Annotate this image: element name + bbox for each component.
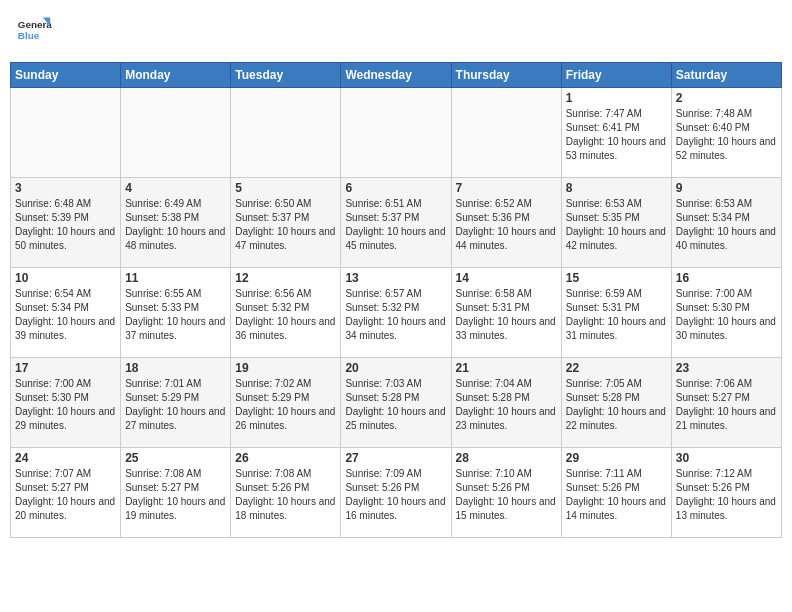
day-number: 25 bbox=[125, 451, 226, 465]
calendar-cell: 14Sunrise: 6:58 AM Sunset: 5:31 PM Dayli… bbox=[451, 268, 561, 358]
calendar-cell bbox=[11, 88, 121, 178]
day-number: 5 bbox=[235, 181, 336, 195]
day-info: Sunrise: 6:49 AM Sunset: 5:38 PM Dayligh… bbox=[125, 197, 226, 253]
weekday-header: Friday bbox=[561, 63, 671, 88]
day-number: 4 bbox=[125, 181, 226, 195]
day-number: 24 bbox=[15, 451, 116, 465]
calendar-week-row: 10Sunrise: 6:54 AM Sunset: 5:34 PM Dayli… bbox=[11, 268, 782, 358]
day-info: Sunrise: 6:59 AM Sunset: 5:31 PM Dayligh… bbox=[566, 287, 667, 343]
calendar-cell: 4Sunrise: 6:49 AM Sunset: 5:38 PM Daylig… bbox=[121, 178, 231, 268]
day-info: Sunrise: 7:03 AM Sunset: 5:28 PM Dayligh… bbox=[345, 377, 446, 433]
calendar-cell: 17Sunrise: 7:00 AM Sunset: 5:30 PM Dayli… bbox=[11, 358, 121, 448]
calendar-cell: 29Sunrise: 7:11 AM Sunset: 5:26 PM Dayli… bbox=[561, 448, 671, 538]
logo: GeneralBlue bbox=[16, 14, 52, 50]
day-number: 7 bbox=[456, 181, 557, 195]
calendar-cell: 20Sunrise: 7:03 AM Sunset: 5:28 PM Dayli… bbox=[341, 358, 451, 448]
day-number: 28 bbox=[456, 451, 557, 465]
day-info: Sunrise: 7:05 AM Sunset: 5:28 PM Dayligh… bbox=[566, 377, 667, 433]
weekday-header: Wednesday bbox=[341, 63, 451, 88]
calendar-cell: 28Sunrise: 7:10 AM Sunset: 5:26 PM Dayli… bbox=[451, 448, 561, 538]
calendar-week-row: 3Sunrise: 6:48 AM Sunset: 5:39 PM Daylig… bbox=[11, 178, 782, 268]
day-number: 18 bbox=[125, 361, 226, 375]
day-number: 1 bbox=[566, 91, 667, 105]
calendar-cell: 13Sunrise: 6:57 AM Sunset: 5:32 PM Dayli… bbox=[341, 268, 451, 358]
day-number: 19 bbox=[235, 361, 336, 375]
day-info: Sunrise: 7:47 AM Sunset: 6:41 PM Dayligh… bbox=[566, 107, 667, 163]
day-number: 16 bbox=[676, 271, 777, 285]
day-info: Sunrise: 6:58 AM Sunset: 5:31 PM Dayligh… bbox=[456, 287, 557, 343]
day-info: Sunrise: 7:04 AM Sunset: 5:28 PM Dayligh… bbox=[456, 377, 557, 433]
day-number: 17 bbox=[15, 361, 116, 375]
day-number: 22 bbox=[566, 361, 667, 375]
calendar-cell: 21Sunrise: 7:04 AM Sunset: 5:28 PM Dayli… bbox=[451, 358, 561, 448]
day-info: Sunrise: 6:48 AM Sunset: 5:39 PM Dayligh… bbox=[15, 197, 116, 253]
day-info: Sunrise: 6:57 AM Sunset: 5:32 PM Dayligh… bbox=[345, 287, 446, 343]
day-info: Sunrise: 6:53 AM Sunset: 5:34 PM Dayligh… bbox=[676, 197, 777, 253]
weekday-header: Thursday bbox=[451, 63, 561, 88]
weekday-header: Saturday bbox=[671, 63, 781, 88]
calendar-cell: 5Sunrise: 6:50 AM Sunset: 5:37 PM Daylig… bbox=[231, 178, 341, 268]
calendar-cell: 15Sunrise: 6:59 AM Sunset: 5:31 PM Dayli… bbox=[561, 268, 671, 358]
calendar-cell bbox=[231, 88, 341, 178]
calendar-cell: 12Sunrise: 6:56 AM Sunset: 5:32 PM Dayli… bbox=[231, 268, 341, 358]
day-info: Sunrise: 7:09 AM Sunset: 5:26 PM Dayligh… bbox=[345, 467, 446, 523]
day-info: Sunrise: 6:51 AM Sunset: 5:37 PM Dayligh… bbox=[345, 197, 446, 253]
day-number: 10 bbox=[15, 271, 116, 285]
calendar-cell: 6Sunrise: 6:51 AM Sunset: 5:37 PM Daylig… bbox=[341, 178, 451, 268]
day-number: 29 bbox=[566, 451, 667, 465]
calendar-cell: 23Sunrise: 7:06 AM Sunset: 5:27 PM Dayli… bbox=[671, 358, 781, 448]
calendar-cell: 27Sunrise: 7:09 AM Sunset: 5:26 PM Dayli… bbox=[341, 448, 451, 538]
day-info: Sunrise: 7:08 AM Sunset: 5:26 PM Dayligh… bbox=[235, 467, 336, 523]
calendar-cell: 1Sunrise: 7:47 AM Sunset: 6:41 PM Daylig… bbox=[561, 88, 671, 178]
calendar-cell bbox=[121, 88, 231, 178]
day-number: 26 bbox=[235, 451, 336, 465]
day-info: Sunrise: 7:00 AM Sunset: 5:30 PM Dayligh… bbox=[15, 377, 116, 433]
calendar-cell: 2Sunrise: 7:48 AM Sunset: 6:40 PM Daylig… bbox=[671, 88, 781, 178]
day-number: 27 bbox=[345, 451, 446, 465]
day-number: 14 bbox=[456, 271, 557, 285]
calendar-cell: 22Sunrise: 7:05 AM Sunset: 5:28 PM Dayli… bbox=[561, 358, 671, 448]
day-number: 12 bbox=[235, 271, 336, 285]
day-info: Sunrise: 6:54 AM Sunset: 5:34 PM Dayligh… bbox=[15, 287, 116, 343]
day-number: 2 bbox=[676, 91, 777, 105]
calendar-cell: 25Sunrise: 7:08 AM Sunset: 5:27 PM Dayli… bbox=[121, 448, 231, 538]
svg-text:Blue: Blue bbox=[18, 30, 40, 41]
day-info: Sunrise: 6:52 AM Sunset: 5:36 PM Dayligh… bbox=[456, 197, 557, 253]
calendar-week-row: 1Sunrise: 7:47 AM Sunset: 6:41 PM Daylig… bbox=[11, 88, 782, 178]
calendar-cell: 19Sunrise: 7:02 AM Sunset: 5:29 PM Dayli… bbox=[231, 358, 341, 448]
day-number: 30 bbox=[676, 451, 777, 465]
day-number: 13 bbox=[345, 271, 446, 285]
calendar-cell: 18Sunrise: 7:01 AM Sunset: 5:29 PM Dayli… bbox=[121, 358, 231, 448]
logo-icon: GeneralBlue bbox=[16, 14, 52, 50]
day-number: 21 bbox=[456, 361, 557, 375]
weekday-header: Monday bbox=[121, 63, 231, 88]
day-info: Sunrise: 7:06 AM Sunset: 5:27 PM Dayligh… bbox=[676, 377, 777, 433]
calendar-table: SundayMondayTuesdayWednesdayThursdayFrid… bbox=[10, 62, 782, 538]
calendar-cell: 10Sunrise: 6:54 AM Sunset: 5:34 PM Dayli… bbox=[11, 268, 121, 358]
calendar-cell: 30Sunrise: 7:12 AM Sunset: 5:26 PM Dayli… bbox=[671, 448, 781, 538]
weekday-header: Tuesday bbox=[231, 63, 341, 88]
page-header: GeneralBlue bbox=[10, 10, 782, 54]
calendar-cell: 8Sunrise: 6:53 AM Sunset: 5:35 PM Daylig… bbox=[561, 178, 671, 268]
calendar-cell: 16Sunrise: 7:00 AM Sunset: 5:30 PM Dayli… bbox=[671, 268, 781, 358]
day-number: 3 bbox=[15, 181, 116, 195]
day-info: Sunrise: 7:07 AM Sunset: 5:27 PM Dayligh… bbox=[15, 467, 116, 523]
calendar-cell: 26Sunrise: 7:08 AM Sunset: 5:26 PM Dayli… bbox=[231, 448, 341, 538]
day-number: 11 bbox=[125, 271, 226, 285]
day-info: Sunrise: 7:12 AM Sunset: 5:26 PM Dayligh… bbox=[676, 467, 777, 523]
day-number: 23 bbox=[676, 361, 777, 375]
day-info: Sunrise: 6:50 AM Sunset: 5:37 PM Dayligh… bbox=[235, 197, 336, 253]
calendar-header-row: SundayMondayTuesdayWednesdayThursdayFrid… bbox=[11, 63, 782, 88]
weekday-header: Sunday bbox=[11, 63, 121, 88]
day-number: 6 bbox=[345, 181, 446, 195]
day-info: Sunrise: 7:10 AM Sunset: 5:26 PM Dayligh… bbox=[456, 467, 557, 523]
day-info: Sunrise: 6:55 AM Sunset: 5:33 PM Dayligh… bbox=[125, 287, 226, 343]
calendar-cell bbox=[341, 88, 451, 178]
calendar-cell bbox=[451, 88, 561, 178]
calendar-cell: 11Sunrise: 6:55 AM Sunset: 5:33 PM Dayli… bbox=[121, 268, 231, 358]
day-number: 15 bbox=[566, 271, 667, 285]
day-info: Sunrise: 7:48 AM Sunset: 6:40 PM Dayligh… bbox=[676, 107, 777, 163]
day-info: Sunrise: 6:53 AM Sunset: 5:35 PM Dayligh… bbox=[566, 197, 667, 253]
day-info: Sunrise: 7:00 AM Sunset: 5:30 PM Dayligh… bbox=[676, 287, 777, 343]
day-info: Sunrise: 6:56 AM Sunset: 5:32 PM Dayligh… bbox=[235, 287, 336, 343]
